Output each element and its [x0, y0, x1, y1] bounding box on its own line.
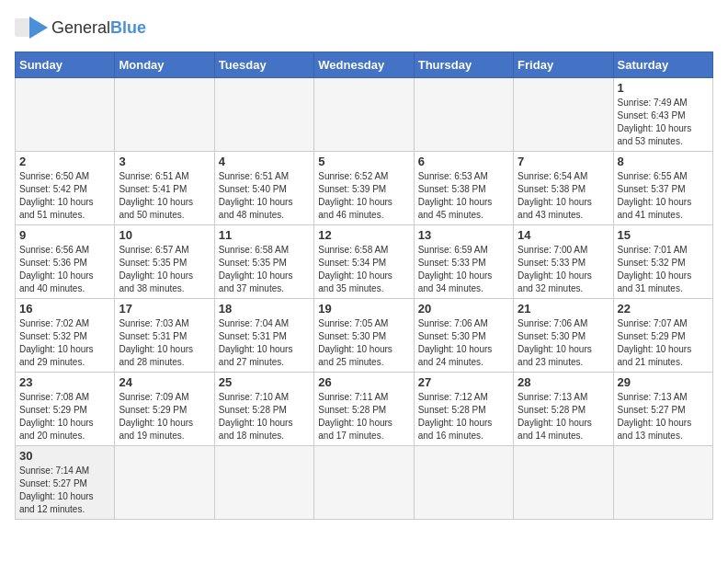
day-info: Sunrise: 6:53 AM Sunset: 5:38 PM Dayligh…	[418, 170, 509, 222]
day-number: 30	[19, 449, 110, 463]
day-number: 10	[119, 228, 210, 242]
day-info: Sunrise: 7:04 AM Sunset: 5:31 PM Dayligh…	[219, 317, 310, 369]
calendar-week-row: 23Sunrise: 7:08 AM Sunset: 5:29 PM Dayli…	[16, 373, 713, 446]
weekday-header: Sunday	[16, 52, 115, 78]
calendar-day-cell: 5Sunrise: 6:52 AM Sunset: 5:39 PM Daylig…	[314, 152, 414, 225]
day-number: 18	[219, 302, 310, 316]
day-info: Sunrise: 7:13 AM Sunset: 5:27 PM Dayligh…	[618, 391, 709, 442]
day-number: 14	[518, 228, 609, 242]
calendar-day-cell: 15Sunrise: 7:01 AM Sunset: 5:32 PM Dayli…	[613, 225, 712, 299]
calendar-day-cell: 3Sunrise: 6:51 AM Sunset: 5:41 PM Daylig…	[115, 152, 214, 225]
calendar-table: SundayMondayTuesdayWednesdayThursdayFrid…	[15, 52, 713, 520]
day-info: Sunrise: 6:51 AM Sunset: 5:40 PM Dayligh…	[219, 170, 310, 222]
calendar-day-cell	[115, 446, 214, 520]
day-number: 20	[418, 302, 509, 316]
day-info: Sunrise: 7:00 AM Sunset: 5:33 PM Dayligh…	[518, 244, 609, 295]
day-info: Sunrise: 6:57 AM Sunset: 5:35 PM Dayligh…	[119, 244, 210, 295]
day-number: 23	[19, 375, 110, 389]
day-number: 8	[618, 155, 709, 168]
calendar-day-cell: 25Sunrise: 7:10 AM Sunset: 5:28 PM Dayli…	[214, 373, 313, 446]
day-number: 2	[19, 155, 110, 168]
calendar-day-cell	[613, 446, 712, 520]
day-number: 6	[418, 155, 509, 168]
day-number: 22	[618, 302, 709, 316]
calendar-day-cell	[115, 78, 214, 152]
calendar-day-cell	[214, 78, 313, 152]
logo: GeneralBlue	[15, 15, 146, 40]
day-info: Sunrise: 7:08 AM Sunset: 5:29 PM Dayligh…	[19, 391, 110, 442]
calendar-day-cell: 13Sunrise: 6:59 AM Sunset: 5:33 PM Dayli…	[414, 225, 513, 299]
day-number: 19	[318, 302, 409, 316]
day-info: Sunrise: 6:59 AM Sunset: 5:33 PM Dayligh…	[418, 244, 509, 295]
calendar-day-cell	[214, 446, 313, 520]
day-info: Sunrise: 6:56 AM Sunset: 5:36 PM Dayligh…	[19, 244, 110, 295]
calendar-day-cell: 20Sunrise: 7:06 AM Sunset: 5:30 PM Dayli…	[414, 299, 513, 373]
day-info: Sunrise: 6:58 AM Sunset: 5:34 PM Dayligh…	[318, 244, 409, 295]
calendar-week-row: 2Sunrise: 6:50 AM Sunset: 5:42 PM Daylig…	[16, 152, 713, 225]
day-number: 27	[418, 375, 509, 389]
logo-text: GeneralBlue	[51, 18, 146, 38]
calendar-day-cell	[514, 78, 613, 152]
day-info: Sunrise: 7:06 AM Sunset: 5:30 PM Dayligh…	[518, 317, 609, 369]
day-info: Sunrise: 6:51 AM Sunset: 5:41 PM Dayligh…	[119, 170, 210, 222]
weekday-header-row: SundayMondayTuesdayWednesdayThursdayFrid…	[16, 52, 713, 78]
calendar-day-cell: 17Sunrise: 7:03 AM Sunset: 5:31 PM Dayli…	[115, 299, 214, 373]
calendar-week-row: 16Sunrise: 7:02 AM Sunset: 5:32 PM Dayli…	[16, 299, 713, 373]
day-number: 9	[19, 228, 110, 242]
day-number: 7	[518, 155, 609, 168]
calendar-day-cell	[514, 446, 613, 520]
calendar-day-cell: 2Sunrise: 6:50 AM Sunset: 5:42 PM Daylig…	[16, 152, 115, 225]
day-info: Sunrise: 7:12 AM Sunset: 5:28 PM Dayligh…	[418, 391, 509, 442]
day-info: Sunrise: 7:11 AM Sunset: 5:28 PM Dayligh…	[318, 391, 409, 442]
calendar-day-cell: 26Sunrise: 7:11 AM Sunset: 5:28 PM Dayli…	[314, 373, 414, 446]
day-number: 25	[219, 375, 310, 389]
calendar-week-row: 1Sunrise: 7:49 AM Sunset: 6:43 PM Daylig…	[16, 78, 713, 152]
svg-marker-1	[29, 17, 48, 39]
day-number: 12	[318, 228, 409, 242]
calendar-day-cell: 4Sunrise: 6:51 AM Sunset: 5:40 PM Daylig…	[214, 152, 313, 225]
day-number: 15	[618, 228, 709, 242]
day-info: Sunrise: 7:06 AM Sunset: 5:30 PM Dayligh…	[418, 317, 509, 369]
day-info: Sunrise: 7:09 AM Sunset: 5:29 PM Dayligh…	[119, 391, 210, 442]
calendar-day-cell: 22Sunrise: 7:07 AM Sunset: 5:29 PM Dayli…	[613, 299, 712, 373]
day-number: 11	[219, 228, 310, 242]
weekday-header: Saturday	[613, 52, 712, 78]
day-info: Sunrise: 7:02 AM Sunset: 5:32 PM Dayligh…	[19, 317, 110, 369]
calendar-day-cell: 21Sunrise: 7:06 AM Sunset: 5:30 PM Dayli…	[514, 299, 613, 373]
day-info: Sunrise: 7:14 AM Sunset: 5:27 PM Dayligh…	[19, 465, 110, 516]
day-info: Sunrise: 7:13 AM Sunset: 5:28 PM Dayligh…	[518, 391, 609, 442]
calendar-day-cell	[16, 78, 115, 152]
calendar-day-cell: 8Sunrise: 6:55 AM Sunset: 5:37 PM Daylig…	[613, 152, 712, 225]
day-info: Sunrise: 6:54 AM Sunset: 5:38 PM Dayligh…	[518, 170, 609, 222]
calendar-day-cell	[314, 78, 414, 152]
day-info: Sunrise: 6:55 AM Sunset: 5:37 PM Dayligh…	[618, 170, 709, 222]
day-info: Sunrise: 6:52 AM Sunset: 5:39 PM Dayligh…	[318, 170, 409, 222]
day-number: 29	[618, 375, 709, 389]
calendar-day-cell: 18Sunrise: 7:04 AM Sunset: 5:31 PM Dayli…	[214, 299, 313, 373]
calendar-day-cell	[414, 78, 513, 152]
page-header: GeneralBlue	[15, 15, 713, 40]
calendar-day-cell: 23Sunrise: 7:08 AM Sunset: 5:29 PM Dayli…	[16, 373, 115, 446]
calendar-day-cell: 27Sunrise: 7:12 AM Sunset: 5:28 PM Dayli…	[414, 373, 513, 446]
day-info: Sunrise: 6:58 AM Sunset: 5:35 PM Dayligh…	[219, 244, 310, 295]
calendar-day-cell: 7Sunrise: 6:54 AM Sunset: 5:38 PM Daylig…	[514, 152, 613, 225]
calendar-day-cell: 6Sunrise: 6:53 AM Sunset: 5:38 PM Daylig…	[414, 152, 513, 225]
weekday-header: Wednesday	[314, 52, 414, 78]
day-number: 16	[19, 302, 110, 316]
day-number: 5	[318, 155, 409, 168]
day-info: Sunrise: 6:50 AM Sunset: 5:42 PM Dayligh…	[19, 170, 110, 222]
weekday-header: Monday	[115, 52, 214, 78]
day-info: Sunrise: 7:05 AM Sunset: 5:30 PM Dayligh…	[318, 317, 409, 369]
day-number: 26	[318, 375, 409, 389]
day-number: 4	[219, 155, 310, 168]
calendar-week-row: 9Sunrise: 6:56 AM Sunset: 5:36 PM Daylig…	[16, 225, 713, 299]
calendar-day-cell: 9Sunrise: 6:56 AM Sunset: 5:36 PM Daylig…	[16, 225, 115, 299]
day-info: Sunrise: 7:10 AM Sunset: 5:28 PM Dayligh…	[219, 391, 310, 442]
day-number: 1	[618, 81, 709, 95]
calendar-day-cell: 14Sunrise: 7:00 AM Sunset: 5:33 PM Dayli…	[514, 225, 613, 299]
day-number: 17	[119, 302, 210, 316]
weekday-header: Tuesday	[214, 52, 313, 78]
calendar-day-cell: 29Sunrise: 7:13 AM Sunset: 5:27 PM Dayli…	[613, 373, 712, 446]
calendar-day-cell: 24Sunrise: 7:09 AM Sunset: 5:29 PM Dayli…	[115, 373, 214, 446]
calendar-day-cell: 28Sunrise: 7:13 AM Sunset: 5:28 PM Dayli…	[514, 373, 613, 446]
